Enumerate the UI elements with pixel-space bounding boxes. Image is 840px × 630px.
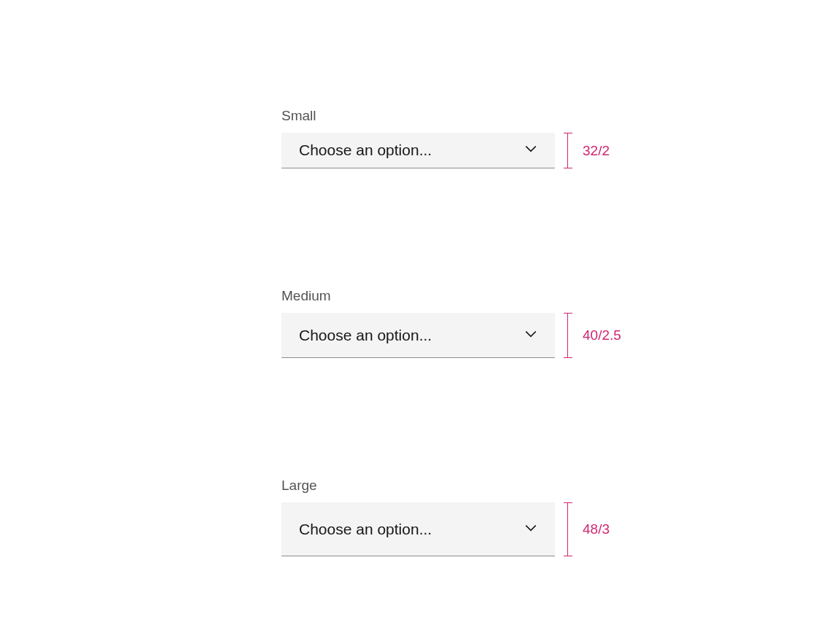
- height-measure-small: 32/2: [564, 133, 610, 168]
- dropdown-placeholder: Choose an option...: [299, 141, 432, 159]
- dropdown-placeholder: Choose an option...: [299, 327, 432, 344]
- dropdown-large[interactable]: Choose an option...: [281, 502, 555, 556]
- measure-bracket: [564, 133, 572, 168]
- height-measure-medium: 40/2.5: [564, 313, 621, 358]
- dropdown-placeholder: Choose an option...: [299, 521, 432, 538]
- chevron-down-icon: [524, 327, 537, 343]
- dropdown-small[interactable]: Choose an option...: [281, 133, 555, 168]
- measure-bracket: [564, 313, 572, 358]
- spec-label-small: Small: [281, 108, 661, 124]
- spec-row-large: Choose an option... 48/3: [281, 502, 661, 556]
- spec-block-large: Large Choose an option... 48/3: [281, 478, 661, 556]
- dropdown-medium[interactable]: Choose an option...: [281, 313, 555, 358]
- spec-label-large: Large: [281, 478, 661, 494]
- dropdown-size-spec-container: Small Choose an option... 32/2 Medium: [281, 108, 661, 556]
- height-measure-large: 48/3: [564, 502, 610, 556]
- measure-value: 32/2: [583, 143, 610, 159]
- chevron-down-icon: [524, 142, 537, 158]
- chevron-down-icon: [524, 521, 537, 537]
- spec-block-small: Small Choose an option... 32/2: [281, 108, 661, 168]
- spec-label-medium: Medium: [281, 288, 661, 304]
- spec-row-small: Choose an option... 32/2: [281, 133, 661, 168]
- measure-value: 48/3: [583, 521, 610, 537]
- spec-block-medium: Medium Choose an option... 40/2.5: [281, 288, 661, 358]
- measure-bracket: [564, 502, 572, 556]
- measure-value: 40/2.5: [583, 327, 621, 343]
- spec-row-medium: Choose an option... 40/2.5: [281, 313, 661, 358]
